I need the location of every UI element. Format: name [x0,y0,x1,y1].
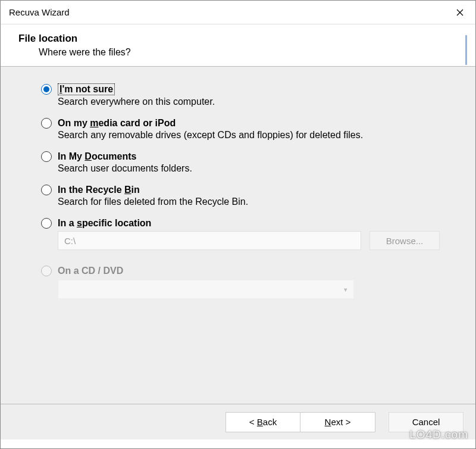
desc-media-card: Search any removable drives (except CDs … [58,130,440,141]
wizard-footer: < Back Next > Cancel [1,404,475,439]
option-media-card: On my media card or iPod Search any remo… [41,118,440,141]
header-accent [465,35,467,65]
page-subtitle: Where were the files? [39,47,462,58]
desc-my-documents: Search user documents folders. [58,163,440,174]
radio-not-sure[interactable] [41,84,52,95]
option-my-documents: In My Documents Search user documents fo… [41,151,440,174]
desc-recycle-bin: Search for files deleted from the Recycl… [58,197,440,207]
page-title: File location [18,33,462,45]
next-button[interactable]: Next > [300,412,375,432]
option-specific-location: In a specific location Browse... [41,218,440,250]
close-button[interactable] [444,1,475,24]
option-cd-dvd: On a CD / DVD ▾ [41,266,440,299]
path-input[interactable] [58,231,361,250]
close-icon [456,9,464,16]
option-not-sure: I'm not sure Search everywhere on this c… [41,83,440,107]
window-title: Recuva Wizard [9,7,70,17]
radio-my-documents[interactable] [41,151,52,162]
back-button[interactable]: < Back [226,412,300,432]
label-specific-location[interactable]: In a specific location [58,218,151,229]
cancel-button[interactable]: Cancel [389,412,464,432]
label-not-sure[interactable]: I'm not sure [58,83,115,95]
drive-select: ▾ [58,280,354,299]
desc-not-sure: Search everywhere on this computer. [58,96,440,107]
option-recycle-bin: In the Recycle Bin Search for files dele… [41,185,440,207]
label-my-documents[interactable]: In My Documents [58,151,136,162]
wizard-body: I'm not sure Search everywhere on this c… [1,67,475,404]
label-cd-dvd: On a CD / DVD [58,266,123,276]
radio-recycle-bin[interactable] [41,185,52,195]
wizard-header: File location Where were the files? [1,24,475,67]
radio-specific-location[interactable] [41,218,52,229]
label-recycle-bin[interactable]: In the Recycle Bin [58,185,140,195]
wizard-window: Recuva Wizard File location Where were t… [0,0,476,449]
radio-media-card[interactable] [41,118,52,129]
chevron-down-icon: ▾ [344,286,347,294]
titlebar: Recuva Wizard [1,1,475,24]
label-media-card[interactable]: On my media card or iPod [58,118,176,129]
browse-button[interactable]: Browse... [369,231,440,250]
radio-cd-dvd [41,266,52,276]
